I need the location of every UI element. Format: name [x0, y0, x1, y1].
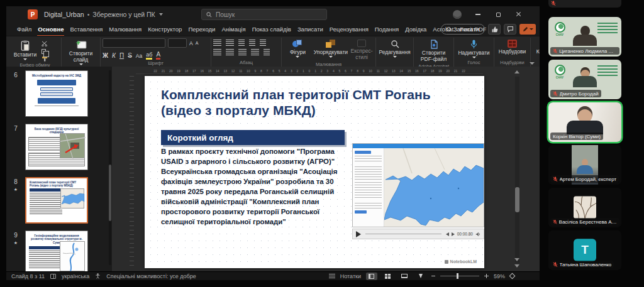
bullets-icon[interactable] — [213, 40, 221, 46]
font-name-input[interactable] — [103, 38, 165, 48]
thumbnail-slide-6[interactable]: 6 Містобудівний кадастр на ІАС ЗМД — [6, 70, 112, 117]
font-size-input[interactable] — [168, 38, 187, 48]
tab-home[interactable]: Основне — [35, 23, 67, 36]
bold-button[interactable]: Ж — [103, 52, 108, 59]
thumbnail-slide-7[interactable]: 7 База геоданих (БГД) культурної спадщин… — [6, 124, 112, 170]
italic-button[interactable]: К — [112, 52, 116, 59]
share-button[interactable] — [519, 24, 536, 35]
tab-review[interactable]: Рецензування — [326, 23, 372, 36]
increase-indent-icon[interactable] — [249, 40, 255, 46]
tab-record[interactable]: Записати — [294, 23, 326, 36]
zoom-in-icon[interactable] — [484, 274, 489, 278]
participant-tile[interactable]: Артем Бородай, експерт — [548, 145, 621, 185]
highlight-color-button[interactable]: аб — [146, 52, 152, 60]
thumbnail-preview[interactable]: Комплексний план території СМТ Рогань (в… — [25, 177, 88, 224]
minimize-button[interactable] — [474, 11, 482, 18]
zoom-level[interactable]: 59% — [494, 273, 505, 279]
copy-icon[interactable] — [42, 48, 50, 54]
tab-view[interactable]: Подання — [372, 23, 402, 36]
zoom-slider[interactable] — [440, 276, 479, 276]
thumbnail-preview[interactable]: Геоінформаційне моделювання розвитку пла… — [25, 230, 88, 271]
embedded-map-video[interactable] — [352, 143, 484, 227]
notes-toggle[interactable]: Нотатки — [340, 273, 361, 279]
account-avatar[interactable] — [453, 10, 462, 19]
display-settings-icon[interactable] — [50, 274, 56, 279]
slideshow-button[interactable] — [415, 273, 426, 280]
thumbnail-preview[interactable]: База геоданих (БГД) культурної спадщини — [25, 124, 88, 170]
thumbnail-slide-8[interactable]: 8★ Комплексний план території СМТ Рогань… — [6, 177, 112, 224]
video-controls[interactable]: 00:00.80 — [352, 229, 484, 239]
scrollbar-thumb[interactable] — [515, 187, 519, 212]
thumbnail-slide-9[interactable]: 9★ Геоінформаційне моделювання розвитку … — [6, 230, 112, 271]
language-indicator[interactable]: українська — [62, 273, 89, 279]
step-back-icon[interactable] — [446, 232, 449, 236]
close-button[interactable] — [514, 11, 522, 18]
tab-animations[interactable]: Анімація — [218, 23, 248, 36]
slide-canvas[interactable]: Комплексний план території СМТ Рогань (в… — [145, 76, 484, 268]
overview-body-text[interactable]: В рамках проєкту технічної допомоги "Про… — [161, 147, 350, 227]
font-color-button[interactable]: А — [156, 51, 160, 60]
comments-button[interactable] — [504, 24, 516, 35]
paste-button[interactable]: Вставити — [11, 38, 40, 60]
grow-font-icon[interactable]: А — [189, 40, 193, 46]
participant-tile[interactable]: СНАУ Циганенко Людмила Су… — [548, 17, 621, 57]
search-box[interactable]: Пошук — [201, 9, 327, 20]
slide-sorter-view-button[interactable] — [382, 273, 394, 280]
designer-button[interactable]: Конструктор — [533, 38, 540, 55]
reactions-button[interactable] — [488, 24, 501, 35]
seek-bar[interactable] — [365, 234, 441, 235]
overview-header[interactable]: Короткий огляд — [161, 130, 345, 145]
decrease-indent-icon[interactable] — [238, 40, 245, 46]
tab-design[interactable]: Конструктор — [145, 23, 185, 36]
dictate-button[interactable]: Надиктувати — [456, 38, 492, 58]
maximize-button[interactable] — [494, 11, 502, 18]
thumbnail-preview[interactable]: Містобудівний кадастр на ІАС ЗМД — [25, 70, 88, 117]
create-pdf-button[interactable]: Створити PDF-файл — [416, 38, 452, 63]
participant-tile-speaking[interactable]: Коркін Віктор (Суми) — [548, 102, 621, 142]
collapse-ribbon-icon[interactable] — [530, 62, 535, 65]
chevron-down-icon[interactable] — [159, 13, 163, 16]
partial-participant-tile[interactable] — [548, 0, 621, 8]
align-left-icon[interactable] — [213, 49, 221, 55]
tab-transitions[interactable]: Переходи — [185, 23, 218, 36]
play-button[interactable] — [356, 231, 361, 237]
slide-title[interactable]: Комплексний план території СМТ Рогань (в… — [161, 87, 467, 118]
scroll-up-icon[interactable] — [514, 70, 519, 73]
zoom-slider-thumb[interactable] — [457, 273, 458, 279]
change-case-button[interactable]: Аа — [136, 53, 143, 59]
justify-icon[interactable] — [251, 49, 259, 55]
strikethrough-button[interactable]: S — [128, 52, 132, 59]
tab-draw[interactable]: Малювання — [106, 23, 145, 36]
zoom-out-icon[interactable] — [431, 276, 435, 277]
tab-slideshow[interactable]: Показ слайдів — [249, 23, 294, 36]
align-center-icon[interactable] — [226, 49, 234, 55]
align-right-icon[interactable] — [238, 49, 247, 55]
addins-button[interactable]: Надбудови — [496, 38, 528, 55]
shrink-font-icon[interactable]: А — [196, 41, 199, 45]
thumbnails-scrollbar[interactable] — [109, 70, 111, 265]
arrange-button[interactable]: Упорядкувати — [314, 38, 348, 58]
tab-file[interactable]: Файл — [14, 23, 35, 36]
normal-view-button[interactable] — [366, 273, 377, 280]
new-slide-button[interactable]: Створити слайд — [67, 38, 96, 65]
save-status[interactable]: Збережено у цей ПК — [92, 11, 155, 18]
shapes-button[interactable]: Фігури — [284, 38, 312, 58]
tab-help[interactable]: Довідка — [402, 23, 430, 36]
numbering-icon[interactable] — [226, 40, 234, 46]
quick-styles-button[interactable]: Експрес-стилі — [350, 38, 374, 61]
editing-button[interactable]: Редагування — [378, 38, 411, 58]
volume-icon[interactable] — [475, 232, 480, 237]
next-slide-icon[interactable] — [514, 264, 519, 268]
record-button[interactable]: Записати — [441, 24, 485, 35]
participant-tile[interactable]: СНАУ Дмитро Бородай — [548, 60, 621, 99]
reading-view-button[interactable] — [399, 273, 410, 280]
underline-button[interactable]: П — [119, 52, 124, 59]
fit-slide-icon[interactable] — [509, 273, 516, 279]
accessibility-status[interactable]: Спеціальні можливості: усе добре — [106, 273, 196, 279]
line-spacing-icon[interactable] — [260, 40, 266, 46]
editor-scrollbar[interactable] — [515, 77, 519, 263]
previous-slide-icon[interactable] — [514, 258, 519, 261]
cut-icon[interactable] — [42, 41, 50, 46]
tab-insert[interactable]: Вставлення — [67, 23, 106, 36]
participant-tile[interactable]: Васіліса Берестнева АРХ … — [548, 188, 621, 227]
